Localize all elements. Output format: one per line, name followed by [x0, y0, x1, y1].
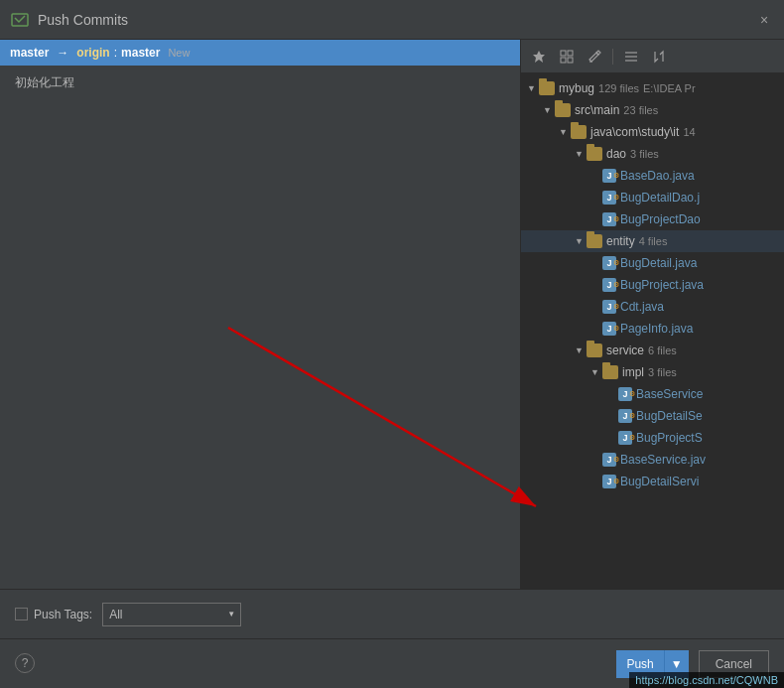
- file-name: BugDetail.java: [620, 254, 697, 272]
- svg-rect-2: [568, 51, 573, 56]
- tree-item[interactable]: Cdt.java: [521, 296, 784, 318]
- file-count: 3 files: [648, 363, 677, 381]
- tree-expand-arrow[interactable]: [575, 232, 587, 250]
- svg-rect-1: [561, 51, 566, 56]
- folder-icon: [539, 81, 555, 95]
- svg-rect-4: [568, 58, 573, 63]
- right-toolbar: [521, 40, 784, 73]
- java-file-icon: [602, 300, 616, 314]
- file-count: 4 files: [639, 232, 668, 250]
- title-bar: Push Commits ×: [0, 0, 784, 40]
- tree-item[interactable]: service 6 files: [521, 340, 784, 361]
- edit-toolbar-button[interactable]: [585, 47, 604, 67]
- tree-item[interactable]: dao 3 files: [521, 143, 784, 165]
- window-title: Push Commits: [38, 12, 128, 28]
- file-path: E:\IDEA Pr: [643, 79, 696, 97]
- file-name: BugProject.java: [620, 276, 704, 294]
- tags-dropdown[interactable]: All ▼: [102, 603, 241, 626]
- tree-item[interactable]: PageInfo.java: [521, 318, 784, 340]
- file-name: BugDetailSe: [636, 407, 703, 425]
- tree-item[interactable]: java\com\study\it 14: [521, 121, 784, 143]
- folder-name: java\com\study\it: [590, 123, 679, 141]
- tree-item[interactable]: BugProject.java: [521, 274, 784, 296]
- java-file-icon: [602, 256, 616, 270]
- folder-name: entity: [606, 232, 635, 250]
- file-name: BugProjectS: [636, 429, 703, 447]
- tree-expand-arrow[interactable]: [575, 145, 587, 163]
- push-tags-checkbox[interactable]: [15, 608, 28, 620]
- commits-list: 初始化工程: [0, 66, 520, 589]
- java-file-icon: [602, 191, 616, 205]
- folder-icon: [602, 365, 618, 379]
- tree-item[interactable]: BugDetailSe: [521, 405, 784, 427]
- branch-bar: master → origin : master New: [0, 40, 520, 66]
- folder-name: service: [606, 342, 644, 359]
- java-file-icon: [618, 409, 632, 423]
- list-toolbar-button[interactable]: [621, 47, 641, 67]
- tree-item[interactable]: BugProjectDao: [521, 208, 784, 230]
- tree-expand-arrow[interactable]: [575, 342, 587, 359]
- close-button[interactable]: ×: [754, 10, 774, 30]
- new-badge: New: [168, 47, 190, 59]
- tree-expand-arrow[interactable]: [559, 123, 571, 141]
- tree-expand-arrow[interactable]: [590, 363, 602, 381]
- commit-message: 初始化工程: [15, 75, 74, 89]
- left-panel: master → origin : master New 初始化工程: [0, 40, 521, 589]
- java-file-icon: [602, 322, 616, 336]
- branch-separator: :: [114, 46, 117, 60]
- file-count: 6 files: [648, 342, 677, 359]
- folder-name: src\main: [575, 101, 619, 119]
- url-bar: https://blog.csdn.net/CQWNB: [629, 672, 784, 688]
- tree-item[interactable]: BaseService.jav: [521, 449, 784, 471]
- tree-item[interactable]: BaseService: [521, 383, 784, 405]
- tree-item[interactable]: impl 3 files: [521, 361, 784, 383]
- folder-name: impl: [622, 363, 644, 381]
- java-file-icon: [602, 169, 616, 183]
- file-name: BugDetailServi: [620, 473, 699, 490]
- entity-folder[interactable]: entity 4 files: [521, 230, 784, 252]
- folder-name: dao: [606, 145, 626, 163]
- push-tags-label: Push Tags:: [34, 608, 92, 621]
- java-file-icon: [602, 212, 616, 226]
- tree-item[interactable]: BaseDao.java: [521, 165, 784, 187]
- java-file-icon: [602, 475, 616, 488]
- local-branch: master: [10, 46, 49, 60]
- remote-branch: master: [121, 46, 160, 60]
- tree-expand-arrow[interactable]: [527, 79, 539, 97]
- java-file-icon: [602, 278, 616, 292]
- file-name: PageInfo.java: [620, 320, 693, 338]
- tree-item[interactable]: src\main 23 files: [521, 99, 784, 121]
- tree-item[interactable]: BugDetail.java: [521, 252, 784, 274]
- help-button[interactable]: ?: [15, 653, 35, 673]
- tree-item[interactable]: BugDetailServi: [521, 471, 784, 492]
- grid-toolbar-button[interactable]: [557, 47, 577, 67]
- tree-item[interactable]: BugProjectS: [521, 427, 784, 449]
- dropdown-arrow: ▼: [227, 610, 235, 619]
- file-tree: mybug 129 files E:\IDEA Pr src\main 23 f…: [521, 73, 784, 589]
- sort-toolbar-button[interactable]: [649, 47, 669, 67]
- java-file-icon: [602, 453, 616, 467]
- right-panel: mybug 129 files E:\IDEA Pr src\main 23 f…: [521, 40, 784, 589]
- java-file-icon: [618, 431, 632, 445]
- folder-icon: [571, 125, 587, 139]
- file-name: BugProjectDao: [620, 210, 701, 228]
- main-content: master → origin : master New 初始化工程: [0, 40, 784, 589]
- tree-item[interactable]: BugDetailDao.j: [521, 187, 784, 208]
- tree-expand-arrow[interactable]: [543, 101, 555, 119]
- pin-toolbar-button[interactable]: [529, 47, 549, 67]
- app-icon: [10, 10, 30, 30]
- folder-icon: [587, 234, 602, 248]
- file-name: BugDetailDao.j: [620, 189, 700, 206]
- tree-item[interactable]: mybug 129 files E:\IDEA Pr: [521, 77, 784, 99]
- push-tags-group: Push Tags:: [15, 608, 92, 621]
- commit-item[interactable]: 初始化工程: [0, 70, 520, 95]
- file-name: BaseService: [636, 385, 703, 403]
- dropdown-value: All: [109, 608, 122, 621]
- remote-origin[interactable]: origin: [76, 46, 109, 60]
- push-label: Push: [616, 657, 663, 671]
- folder-icon: [587, 344, 602, 357]
- java-file-icon: [618, 387, 632, 401]
- bottom-bar: Push Tags: All ▼: [0, 589, 784, 638]
- folder-name: mybug: [559, 79, 594, 97]
- folder-icon: [587, 147, 602, 161]
